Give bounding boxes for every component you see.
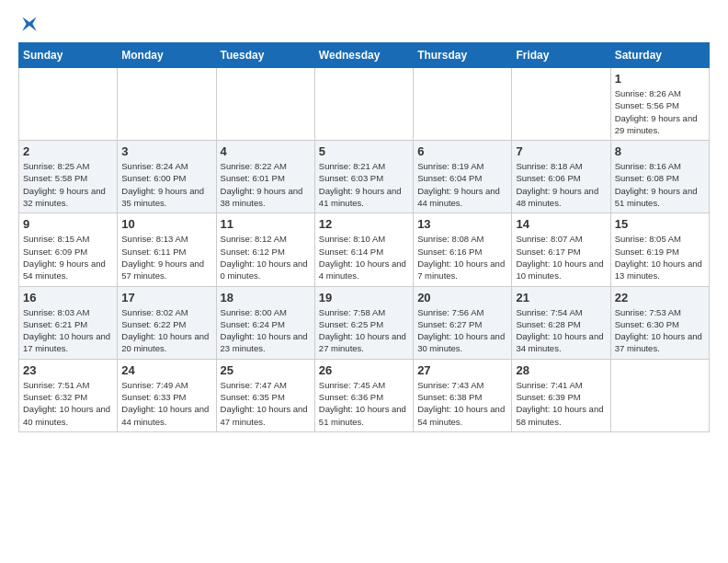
calendar-cell: 15Sunrise: 8:05 AM Sunset: 6:19 PM Dayli…	[610, 213, 709, 286]
logo-bird-icon	[20, 15, 39, 33]
day-info: Sunrise: 7:41 AM Sunset: 6:39 PM Dayligh…	[516, 379, 606, 428]
day-info: Sunrise: 8:05 AM Sunset: 6:19 PM Dayligh…	[615, 233, 705, 282]
day-number: 26	[319, 363, 409, 377]
calendar-cell: 2Sunrise: 8:25 AM Sunset: 5:58 PM Daylig…	[19, 141, 118, 213]
day-info: Sunrise: 7:58 AM Sunset: 6:25 PM Dayligh…	[319, 306, 409, 355]
day-info: Sunrise: 8:13 AM Sunset: 6:11 PM Dayligh…	[121, 233, 211, 282]
day-info: Sunrise: 8:10 AM Sunset: 6:14 PM Dayligh…	[319, 233, 409, 282]
calendar-cell: 7Sunrise: 8:18 AM Sunset: 6:06 PM Daylig…	[512, 141, 610, 213]
calendar-cell: 5Sunrise: 8:21 AM Sunset: 6:03 PM Daylig…	[314, 141, 413, 213]
day-number: 2	[23, 144, 113, 158]
calendar-cell	[610, 359, 709, 431]
day-number: 18	[221, 291, 311, 304]
day-info: Sunrise: 8:19 AM Sunset: 6:04 PM Dayligh…	[417, 160, 507, 209]
day-number: 24	[121, 363, 211, 377]
day-number: 8	[615, 144, 705, 158]
weekday-header-sunday: Sunday	[19, 43, 118, 68]
calendar-cell: 10Sunrise: 8:13 AM Sunset: 6:11 PM Dayli…	[118, 213, 216, 286]
day-number: 13	[417, 217, 507, 231]
logo	[18, 15, 39, 33]
calendar-cell: 1Sunrise: 8:26 AM Sunset: 5:56 PM Daylig…	[610, 68, 709, 141]
day-info: Sunrise: 7:43 AM Sunset: 6:38 PM Dayligh…	[417, 379, 507, 428]
day-info: Sunrise: 8:15 AM Sunset: 6:09 PM Dayligh…	[23, 233, 113, 282]
calendar-cell: 22Sunrise: 7:53 AM Sunset: 6:30 PM Dayli…	[610, 286, 709, 359]
day-info: Sunrise: 7:51 AM Sunset: 6:32 PM Dayligh…	[23, 379, 113, 428]
weekday-header-friday: Friday	[512, 43, 610, 68]
day-number: 20	[417, 291, 507, 304]
day-number: 22	[615, 291, 705, 304]
day-info: Sunrise: 8:24 AM Sunset: 6:00 PM Dayligh…	[121, 160, 211, 209]
calendar-cell: 24Sunrise: 7:49 AM Sunset: 6:33 PM Dayli…	[118, 359, 216, 431]
calendar-cell: 12Sunrise: 8:10 AM Sunset: 6:14 PM Dayli…	[314, 213, 413, 286]
day-number: 25	[221, 363, 311, 377]
calendar-cell: 18Sunrise: 8:00 AM Sunset: 6:24 PM Dayli…	[216, 286, 314, 359]
calendar-cell	[512, 68, 610, 141]
weekday-header-tuesday: Tuesday	[216, 43, 314, 68]
weekday-header-monday: Monday	[118, 43, 216, 68]
day-number: 5	[319, 144, 409, 158]
day-info: Sunrise: 7:54 AM Sunset: 6:28 PM Dayligh…	[516, 306, 606, 355]
calendar-cell: 8Sunrise: 8:16 AM Sunset: 6:08 PM Daylig…	[610, 141, 709, 213]
calendar-cell	[414, 68, 512, 141]
calendar-cell: 17Sunrise: 8:02 AM Sunset: 6:22 PM Dayli…	[118, 286, 216, 359]
day-number: 4	[221, 144, 311, 158]
day-number: 21	[516, 291, 606, 304]
day-number: 9	[23, 217, 113, 231]
calendar-week-2: 2Sunrise: 8:25 AM Sunset: 5:58 PM Daylig…	[19, 141, 710, 213]
day-info: Sunrise: 8:18 AM Sunset: 6:06 PM Dayligh…	[516, 160, 606, 209]
day-info: Sunrise: 8:00 AM Sunset: 6:24 PM Dayligh…	[221, 306, 311, 355]
calendar-cell: 13Sunrise: 8:08 AM Sunset: 6:16 PM Dayli…	[414, 213, 512, 286]
calendar-cell: 4Sunrise: 8:22 AM Sunset: 6:01 PM Daylig…	[216, 141, 314, 213]
day-number: 14	[516, 217, 606, 231]
calendar-cell	[19, 68, 118, 141]
calendar-cell: 20Sunrise: 7:56 AM Sunset: 6:27 PM Dayli…	[414, 286, 512, 359]
calendar-cell: 19Sunrise: 7:58 AM Sunset: 6:25 PM Dayli…	[314, 286, 413, 359]
day-info: Sunrise: 8:07 AM Sunset: 6:17 PM Dayligh…	[516, 233, 606, 282]
day-info: Sunrise: 8:21 AM Sunset: 6:03 PM Dayligh…	[319, 160, 409, 209]
day-info: Sunrise: 8:02 AM Sunset: 6:22 PM Dayligh…	[121, 306, 211, 355]
calendar-table: SundayMondayTuesdayWednesdayThursdayFrid…	[18, 42, 710, 432]
day-info: Sunrise: 8:16 AM Sunset: 6:08 PM Dayligh…	[615, 160, 705, 209]
calendar-cell	[314, 68, 413, 141]
calendar-cell: 27Sunrise: 7:43 AM Sunset: 6:38 PM Dayli…	[414, 359, 512, 431]
day-number: 19	[319, 291, 409, 304]
day-number: 1	[615, 72, 705, 86]
calendar-cell	[216, 68, 314, 141]
calendar-cell: 6Sunrise: 8:19 AM Sunset: 6:04 PM Daylig…	[414, 141, 512, 213]
day-number: 6	[417, 144, 507, 158]
day-number: 15	[615, 217, 705, 231]
calendar-cell: 11Sunrise: 8:12 AM Sunset: 6:12 PM Dayli…	[216, 213, 314, 286]
weekday-header-thursday: Thursday	[414, 43, 512, 68]
calendar-cell	[118, 68, 216, 141]
day-number: 12	[319, 217, 409, 231]
calendar-cell: 21Sunrise: 7:54 AM Sunset: 6:28 PM Dayli…	[512, 286, 610, 359]
day-number: 28	[516, 363, 606, 377]
day-info: Sunrise: 7:56 AM Sunset: 6:27 PM Dayligh…	[417, 306, 507, 355]
calendar-week-4: 16Sunrise: 8:03 AM Sunset: 6:21 PM Dayli…	[19, 286, 710, 359]
day-info: Sunrise: 7:45 AM Sunset: 6:36 PM Dayligh…	[319, 379, 409, 428]
calendar-week-3: 9Sunrise: 8:15 AM Sunset: 6:09 PM Daylig…	[19, 213, 710, 286]
header	[18, 15, 710, 33]
day-number: 10	[121, 217, 211, 231]
calendar-header-row: SundayMondayTuesdayWednesdayThursdayFrid…	[19, 43, 710, 68]
calendar-cell: 26Sunrise: 7:45 AM Sunset: 6:36 PM Dayli…	[314, 359, 413, 431]
day-info: Sunrise: 8:03 AM Sunset: 6:21 PM Dayligh…	[23, 306, 113, 355]
calendar-cell: 3Sunrise: 8:24 AM Sunset: 6:00 PM Daylig…	[118, 141, 216, 213]
day-info: Sunrise: 8:12 AM Sunset: 6:12 PM Dayligh…	[221, 233, 311, 282]
day-number: 16	[23, 291, 113, 304]
day-number: 3	[121, 144, 211, 158]
day-number: 17	[121, 291, 211, 304]
day-info: Sunrise: 8:25 AM Sunset: 5:58 PM Dayligh…	[23, 160, 113, 209]
weekday-header-saturday: Saturday	[610, 43, 709, 68]
calendar-cell: 16Sunrise: 8:03 AM Sunset: 6:21 PM Dayli…	[19, 286, 118, 359]
day-number: 27	[417, 363, 507, 377]
calendar-cell: 23Sunrise: 7:51 AM Sunset: 6:32 PM Dayli…	[19, 359, 118, 431]
calendar-cell: 25Sunrise: 7:47 AM Sunset: 6:35 PM Dayli…	[216, 359, 314, 431]
calendar-week-1: 1Sunrise: 8:26 AM Sunset: 5:56 PM Daylig…	[19, 68, 710, 141]
day-info: Sunrise: 8:26 AM Sunset: 5:56 PM Dayligh…	[615, 87, 705, 136]
day-info: Sunrise: 8:22 AM Sunset: 6:01 PM Dayligh…	[221, 160, 311, 209]
calendar-cell: 9Sunrise: 8:15 AM Sunset: 6:09 PM Daylig…	[19, 213, 118, 286]
day-number: 11	[221, 217, 311, 231]
calendar-cell: 28Sunrise: 7:41 AM Sunset: 6:39 PM Dayli…	[512, 359, 610, 431]
calendar-week-5: 23Sunrise: 7:51 AM Sunset: 6:32 PM Dayli…	[19, 359, 710, 431]
